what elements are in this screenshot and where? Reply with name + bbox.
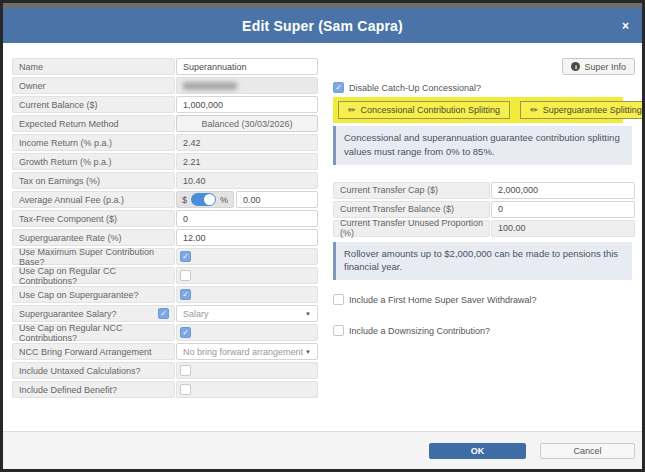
fhss-withdrawal-label: Include a First Home Super Saver Withdra… xyxy=(349,295,537,305)
cancel-button[interactable]: Cancel xyxy=(540,443,635,459)
superguarantee-salary-label: Superguarantee Salary? ✓ xyxy=(12,305,175,322)
expected-return-method-label: Expected Return Method xyxy=(12,115,175,132)
chevron-down-icon: ▼ xyxy=(305,349,311,355)
field-row-expected-return-method: Expected Return Method Balanced (30/03/2… xyxy=(12,115,318,132)
name-input[interactable]: Superannuation xyxy=(176,58,318,75)
growth-return-value: 2.21 xyxy=(176,153,318,170)
dialog-body: Name Superannuation Owner Current Balanc… xyxy=(3,43,642,431)
downsizing-contribution-label: Include a Downsizing Contribution? xyxy=(349,326,490,336)
field-row-owner: Owner xyxy=(12,77,318,94)
owner-label: Owner xyxy=(12,77,175,94)
current-balance-label: Current Balance ($) xyxy=(12,96,175,113)
field-row-tax-free-component: Tax-Free Component ($) 0 xyxy=(12,210,318,227)
tax-free-component-label: Tax-Free Component ($) xyxy=(12,210,175,227)
chevron-down-icon: ▼ xyxy=(305,311,311,317)
fhss-withdrawal-row: Include a First Home Super Saver Withdra… xyxy=(333,294,635,305)
field-row-growth-return: Growth Return (% p.a.) 2.21 xyxy=(12,153,318,170)
right-form-column: i Super Info ✓ Disable Catch-Up Concessi… xyxy=(333,58,635,431)
concessional-contribution-splitting-button[interactable]: ✏ Concessional Contribution Splitting xyxy=(338,101,510,119)
close-icon[interactable]: × xyxy=(622,20,629,32)
name-label: Name xyxy=(12,58,175,75)
left-form-column: Name Superannuation Owner Current Balanc… xyxy=(12,58,318,431)
transfer-balance-input[interactable]: 0 xyxy=(491,201,635,218)
ncc-bring-forward-dropdown-value: No bring forward arrangement xyxy=(183,347,303,357)
average-annual-fee-value: $ % 0.00 xyxy=(176,191,318,208)
disable-catchup-label: Disable Catch-Up Concessional? xyxy=(349,83,481,93)
cap-regular-cc-checkbox[interactable] xyxy=(180,270,191,281)
superguarantee-salary-checkbox[interactable]: ✓ xyxy=(158,308,169,319)
field-row-cap-regular-ncc: Use Cap on Regular NCC Contributions? ✓ xyxy=(12,324,318,341)
field-row-average-annual-fee: Average Annual Fee (p.a.) $ % 0.00 xyxy=(12,191,318,208)
superguarantee-splitting-label: Superguarantee Splitting xyxy=(543,105,642,115)
fee-unit-toggle-group: $ % xyxy=(176,191,234,208)
income-return-value: 2.42 xyxy=(176,134,318,151)
tax-free-component-input[interactable]: 0 xyxy=(176,210,318,227)
max-super-contribution-base-label: Use Maximum Super Contribution Base? xyxy=(12,248,175,265)
redacted-owner-text xyxy=(183,82,237,90)
field-row-max-super-contribution-base: Use Maximum Super Contribution Base? ✓ xyxy=(12,248,318,265)
include-defined-benefit-value xyxy=(176,381,318,398)
percent-label: % xyxy=(220,195,228,205)
field-row-income-return: Income Return (% p.a.) 2.42 xyxy=(12,134,318,151)
field-row-superguarantee-rate: Superguarantee Rate (%) 12.00 xyxy=(12,229,318,246)
max-super-contribution-base-value: ✓ xyxy=(176,248,318,265)
average-annual-fee-input[interactable]: 0.00 xyxy=(236,191,318,208)
splitting-buttons-highlight: ✏ Concessional Contribution Splitting ✏ … xyxy=(333,97,623,123)
field-row-transfer-cap: Current Transfer Cap ($) 2,000,000 xyxy=(333,182,635,199)
transfer-cap-label: Current Transfer Cap ($) xyxy=(333,182,490,199)
toggle-knob xyxy=(204,194,215,205)
disable-catchup-row: ✓ Disable Catch-Up Concessional? xyxy=(333,82,635,93)
transfer-unused-proportion-label: Current Transfer Unused Proportion (%) xyxy=(333,220,490,237)
edit-super-dialog: Edit Super (Sam Capra) × Name Superannua… xyxy=(0,0,645,472)
current-balance-input[interactable]: 1,000,000 xyxy=(176,96,318,113)
include-untaxed-checkbox[interactable] xyxy=(180,365,191,376)
field-row-transfer-balance: Current Transfer Balance ($) 0 xyxy=(333,201,635,218)
superguarantee-salary-label-text: Superguarantee Salary? xyxy=(19,309,117,319)
super-info-row: i Super Info xyxy=(333,58,635,75)
tax-on-earnings-value: 10.40 xyxy=(176,172,318,189)
field-row-superguarantee-salary: Superguarantee Salary? ✓ Salary ▼ xyxy=(12,305,318,322)
transfer-cap-input[interactable]: 2,000,000 xyxy=(491,182,635,199)
fhss-withdrawal-checkbox[interactable] xyxy=(333,294,344,305)
super-info-button[interactable]: i Super Info xyxy=(562,58,635,75)
expected-return-method-button[interactable]: Balanced (30/03/2026) xyxy=(176,115,318,132)
field-row-cap-superguarantee: Use Cap on Superguarantee? ✓ xyxy=(12,286,318,303)
super-info-button-label: Super Info xyxy=(584,62,626,72)
growth-return-label: Growth Return (% p.a.) xyxy=(12,153,175,170)
average-annual-fee-label: Average Annual Fee (p.a.) xyxy=(12,191,175,208)
cap-regular-ncc-value: ✓ xyxy=(176,324,318,341)
pencil-icon: ✏ xyxy=(348,106,356,115)
tax-on-earnings-label: Tax on Earnings (%) xyxy=(12,172,175,189)
disable-catchup-checkbox[interactable]: ✓ xyxy=(333,82,344,93)
include-defined-benefit-checkbox[interactable] xyxy=(180,384,191,395)
ok-button[interactable]: OK xyxy=(429,443,526,459)
fee-unit-toggle[interactable] xyxy=(191,193,216,206)
dollar-label: $ xyxy=(182,195,187,205)
field-row-include-defined-benefit: Include Defined Benefit? xyxy=(12,381,318,398)
downsizing-contribution-row: Include a Downsizing Contribution? xyxy=(333,325,635,336)
field-row-include-untaxed: Include Untaxed Calculations? xyxy=(12,362,318,379)
splitting-note: Concessional and superannuation guarante… xyxy=(333,126,632,165)
ncc-bring-forward-label: NCC Bring Forward Arrangement xyxy=(12,343,175,360)
cap-superguarantee-checkbox[interactable]: ✓ xyxy=(180,289,191,300)
downsizing-contribution-checkbox[interactable] xyxy=(333,325,344,336)
field-row-tax-on-earnings: Tax on Earnings (%) 10.40 xyxy=(12,172,318,189)
dialog-titlebar: Edit Super (Sam Capra) × xyxy=(3,8,642,43)
dialog-title: Edit Super (Sam Capra) xyxy=(242,18,403,34)
rollover-note: Rollover amounts up to $2,000,000 can be… xyxy=(333,242,632,281)
cap-regular-cc-label: Use Cap on Regular CC Contributions? xyxy=(12,267,175,284)
cap-regular-ncc-label: Use Cap on Regular NCC Contributions? xyxy=(12,324,175,341)
superguarantee-rate-input[interactable]: 12.00 xyxy=(176,229,318,246)
superguarantee-splitting-button[interactable]: ✏ Superguarantee Splitting xyxy=(520,101,645,119)
superguarantee-salary-dropdown-value: Salary xyxy=(183,309,209,319)
cap-regular-ncc-checkbox[interactable]: ✓ xyxy=(180,327,191,338)
ncc-bring-forward-dropdown[interactable]: No bring forward arrangement ▼ xyxy=(176,343,318,360)
cap-superguarantee-value: ✓ xyxy=(176,286,318,303)
max-super-contribution-base-checkbox[interactable]: ✓ xyxy=(180,251,191,262)
include-untaxed-label: Include Untaxed Calculations? xyxy=(12,362,175,379)
include-untaxed-value xyxy=(176,362,318,379)
cap-superguarantee-label: Use Cap on Superguarantee? xyxy=(12,286,175,303)
field-row-transfer-unused-proportion: Current Transfer Unused Proportion (%) 1… xyxy=(333,220,635,237)
cap-regular-cc-value xyxy=(176,267,318,284)
superguarantee-salary-dropdown[interactable]: Salary ▼ xyxy=(176,305,318,322)
